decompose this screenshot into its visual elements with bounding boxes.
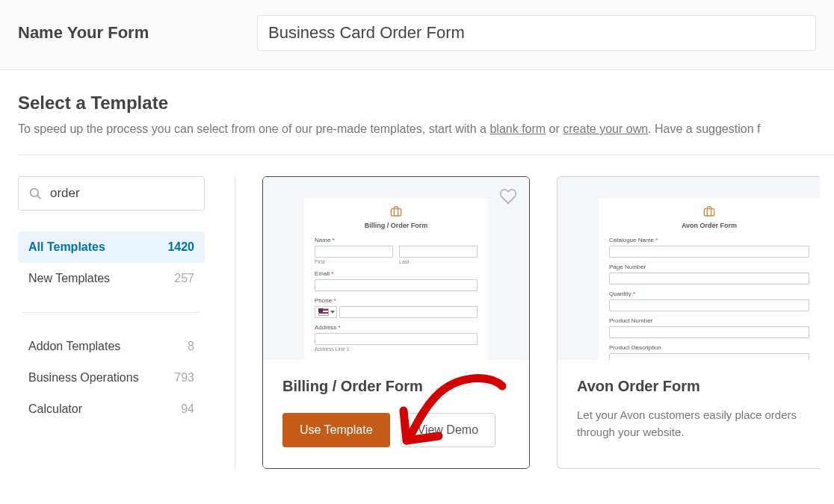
category-count: 94 (181, 402, 194, 416)
template-card-avon-order[interactable]: Avon Order Form Catalogue Name * Page Nu… (557, 176, 820, 469)
category-label: Business Operations (28, 371, 139, 385)
create-own-link[interactable]: create your own (563, 122, 648, 135)
category-label: Calculator (28, 402, 82, 416)
template-grid: Billing / Order Form Name * First Last E… (235, 176, 834, 469)
category-business-operations[interactable]: Business Operations 793 (18, 362, 205, 393)
header-bar: Name Your Form (0, 0, 834, 70)
card-preview: Billing / Order Form Name * First Last E… (263, 177, 529, 360)
heart-icon (499, 187, 517, 205)
view-demo-button[interactable]: View Demo (401, 413, 496, 447)
form-preview: Billing / Order Form Name * First Last E… (304, 198, 488, 360)
sidebar: All Templates 1420 New Templates 257 Add… (18, 176, 235, 469)
divider (18, 155, 834, 155)
card-preview: Avon Order Form Catalogue Name * Page Nu… (557, 177, 820, 360)
category-divider (22, 312, 200, 313)
section-subtitle: To speed up the process you can select f… (18, 122, 834, 136)
template-card-billing-order[interactable]: Billing / Order Form Name * First Last E… (262, 176, 530, 469)
form-name-input[interactable] (257, 15, 816, 51)
card-title: Avon Order Form (577, 378, 800, 395)
use-template-button[interactable]: Use Template (282, 413, 390, 447)
category-count: 257 (174, 272, 194, 285)
category-label: All Templates (28, 240, 105, 254)
favorite-button[interactable] (499, 187, 517, 208)
template-search-input[interactable] (18, 176, 205, 211)
category-calculator[interactable]: Calculator 94 (18, 393, 205, 425)
briefcase-icon (703, 205, 715, 217)
svg-rect-3 (704, 209, 714, 216)
svg-rect-2 (391, 209, 401, 216)
search-icon (28, 187, 42, 200)
blank-form-link[interactable]: blank form (489, 122, 546, 135)
category-count: 1420 (167, 240, 194, 254)
category-all-templates[interactable]: All Templates 1420 (18, 231, 205, 263)
category-new-templates[interactable]: New Templates 257 (18, 263, 205, 294)
card-title: Billing / Order Form (282, 378, 510, 395)
category-addon-templates[interactable]: Addon Templates 8 (18, 331, 205, 362)
category-label: New Templates (28, 272, 110, 285)
category-label: Addon Templates (28, 340, 120, 353)
form-name-label: Name Your Form (18, 23, 257, 43)
briefcase-icon (390, 205, 402, 217)
category-count: 8 (188, 340, 194, 353)
svg-line-1 (37, 196, 40, 199)
form-preview: Avon Order Form Catalogue Name * Page Nu… (599, 198, 820, 360)
section-title: Select a Template (18, 93, 834, 113)
card-description: Let your Avon customers easily place ord… (577, 407, 800, 441)
category-count: 793 (174, 371, 194, 385)
